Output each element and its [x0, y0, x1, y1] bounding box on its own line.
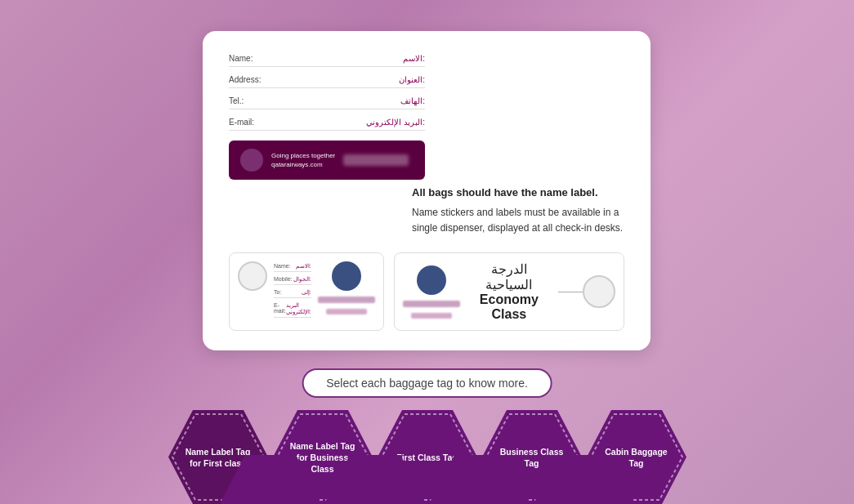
tag-to-ar: إلى:	[302, 289, 311, 296]
economy-ar-text: الدرجة السياحية	[476, 261, 542, 292]
tag-mobile-ar: الجوال:	[293, 276, 311, 283]
tag-previews: Name: الاسم: Mobile: الجوال: To: إلى: E-…	[229, 252, 624, 331]
tag-circle-1	[238, 261, 267, 291]
select-button-container: Select each baggage tag to know more.	[302, 368, 552, 398]
tag-to-row: To: إلى:	[274, 288, 311, 298]
name-label: Name:	[229, 54, 278, 63]
address-row: Address: العنوان:	[229, 75, 425, 88]
name-row: Name: الاسم:	[229, 54, 425, 67]
tag-name-ar: الاسم:	[296, 263, 311, 270]
address-ar-label: العنوان:	[399, 75, 425, 84]
tag-email-label: E-mail:	[274, 302, 286, 315]
economy-left	[403, 265, 460, 319]
svg-marker-10	[221, 455, 320, 504]
economy-circle-right	[583, 275, 615, 308]
blur-bar-2	[326, 309, 367, 314]
tel-row: Tel.: الهاتف:	[229, 96, 425, 109]
tel-label: Tel.:	[229, 96, 278, 105]
email-ar-label: البريد الإلكتروني:	[366, 118, 425, 127]
info-bold-text: All bags should have the name label.	[412, 186, 624, 198]
tag-name-row: Name: الاسم:	[274, 261, 311, 272]
qa-line2: qatarairways.com	[271, 160, 335, 169]
tel-ar-label: الهاتف:	[400, 96, 425, 105]
qa-logo-circle	[240, 149, 263, 172]
tag-mobile-label: Mobile:	[274, 276, 293, 283]
qa-line1: Going places together	[271, 151, 335, 160]
name-ar-label: الاسم:	[403, 54, 425, 63]
info-section: All bags should have the name label. Nam…	[412, 180, 624, 236]
tag-fields-1: Name: الاسم: Mobile: الجوال: To: إلى: E-…	[274, 261, 311, 320]
qa-banner: Going places together qatarairways.com	[229, 140, 425, 180]
economy-blur-1	[403, 301, 460, 307]
svg-marker-13	[534, 455, 634, 504]
economy-en-text: Economy Class	[476, 292, 542, 322]
email-row: E-mail: البريد الإلكتروني:	[229, 118, 425, 131]
tag-preview-1-right	[318, 261, 375, 314]
svg-marker-11	[325, 455, 425, 504]
blur-bar-1	[318, 297, 375, 303]
tag-circle-blue	[332, 261, 361, 291]
main-card: Name: الاسم: Address: العنوان: Tel.: اله…	[203, 31, 651, 350]
svg-marker-12	[430, 455, 530, 504]
economy-connector	[558, 275, 615, 308]
address-label: Address:	[229, 75, 278, 84]
hex-partial-2[interactable]	[325, 455, 425, 504]
economy-tag-preview: الدرجة السياحية Economy Class	[394, 252, 624, 331]
tag-mobile-row: Mobile: الجوال:	[274, 274, 311, 285]
hex-partial-4[interactable]	[534, 455, 634, 504]
info-text: Name stickers and labels must be availab…	[412, 205, 624, 236]
qa-text: Going places together qatarairways.com	[271, 151, 335, 169]
tag-preview-1-content: Name: الاسم: Mobile: الجوال: To: إلى: E-…	[238, 261, 375, 320]
economy-center: الدرجة السياحية Economy Class	[468, 261, 550, 322]
tag-email-row: E-mail: البريد الإلكتروني:	[274, 301, 311, 318]
economy-circle-blue	[417, 265, 446, 295]
form-section: Name: الاسم: Address: العنوان: Tel.: اله…	[229, 54, 425, 180]
tag-name-label: Name:	[274, 263, 291, 270]
hex-partial-3[interactable]	[430, 455, 530, 504]
tag-to-label: To:	[274, 289, 281, 296]
tag-preview-1: Name: الاسم: Mobile: الجوال: To: إلى: E-…	[229, 252, 384, 331]
connector-line	[558, 292, 583, 292]
qa-logo-blur	[343, 154, 409, 166]
email-label: E-mail:	[229, 118, 278, 127]
select-button[interactable]: Select each baggage tag to know more.	[302, 368, 552, 398]
economy-blur-2	[411, 313, 452, 319]
hex-partial-1[interactable]	[221, 455, 320, 504]
tag-email-ar: البريد الإلكتروني:	[286, 302, 311, 315]
hex-tags-row-2	[221, 455, 634, 504]
